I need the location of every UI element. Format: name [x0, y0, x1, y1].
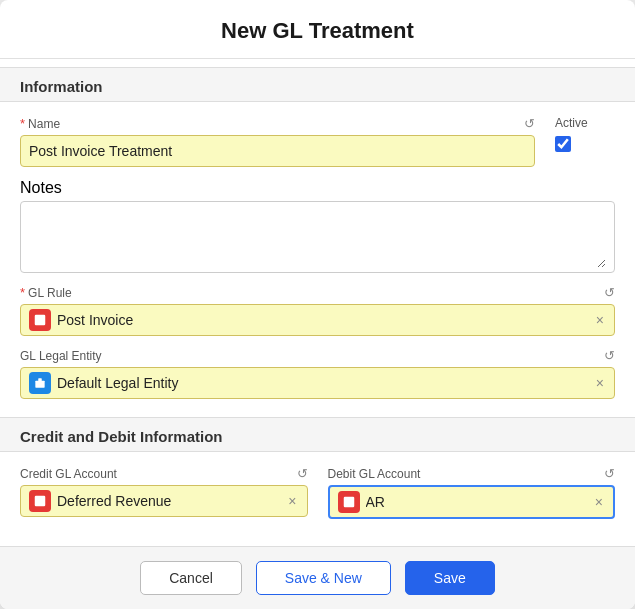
name-active-row: * Name ↺ Active [20, 116, 615, 167]
credit-gl-label-row: Credit GL Account ↺ [20, 466, 308, 481]
debit-gl-clear-button[interactable]: × [593, 495, 605, 509]
credit-gl-reset-icon[interactable]: ↺ [297, 466, 308, 481]
gl-legal-entity-input-wrap: × [20, 367, 615, 399]
notes-wrap [20, 201, 615, 273]
gl-legal-entity-field-group: GL Legal Entity ↺ × [20, 348, 615, 399]
debit-gl-label: Debit GL Account [328, 467, 421, 481]
name-label: Name [28, 117, 60, 131]
notes-textarea[interactable] [29, 206, 606, 268]
modal-container: New GL Treatment Information * Name ↺ [0, 0, 635, 609]
gl-rule-input-wrap: × [20, 304, 615, 336]
section-information-header: Information [0, 67, 635, 102]
credit-gl-input-wrap: × [20, 485, 308, 517]
credit-debit-row: Credit GL Account ↺ × Debit GL Account [20, 466, 615, 519]
debit-gl-reset-icon[interactable]: ↺ [604, 466, 615, 481]
cancel-button[interactable]: Cancel [140, 561, 242, 595]
debit-gl-label-row: Debit GL Account ↺ [328, 466, 616, 481]
gl-rule-reset-icon[interactable]: ↺ [604, 285, 615, 300]
active-label: Active [555, 116, 588, 130]
gl-rule-required-star: * [20, 285, 25, 300]
gl-rule-input[interactable] [57, 312, 594, 328]
name-label-row: * Name ↺ [20, 116, 535, 131]
gl-rule-label-left: * GL Rule [20, 285, 72, 300]
gl-rule-icon [29, 309, 51, 331]
debit-gl-input[interactable] [366, 494, 593, 510]
gl-rule-label-row: * GL Rule ↺ [20, 285, 615, 300]
gl-legal-entity-reset-icon[interactable]: ↺ [604, 348, 615, 363]
credit-gl-label-left: Credit GL Account [20, 467, 117, 481]
gl-legal-entity-label-row: GL Legal Entity ↺ [20, 348, 615, 363]
section-credit-debit-label: Credit and Debit Information [20, 428, 223, 445]
section-credit-debit-header: Credit and Debit Information [0, 417, 635, 452]
debit-gl-field-group: Debit GL Account ↺ × [328, 466, 616, 519]
notes-field-group: Notes [20, 179, 615, 273]
debit-gl-label-left: Debit GL Account [328, 467, 421, 481]
section-credit-debit-content: Credit GL Account ↺ × Debit GL Account [0, 452, 635, 529]
svg-rect-3 [38, 378, 42, 382]
gl-rule-field-group: * GL Rule ↺ × [20, 285, 615, 336]
gl-legal-entity-label: GL Legal Entity [20, 349, 102, 363]
modal-title: New GL Treatment [0, 0, 635, 59]
notes-label-row: Notes [20, 179, 615, 197]
active-checkbox[interactable] [555, 136, 571, 152]
name-label-left: * Name [20, 116, 60, 131]
gl-rule-clear-button[interactable]: × [594, 313, 606, 327]
name-input[interactable] [29, 143, 526, 159]
save-new-button[interactable]: Save & New [256, 561, 391, 595]
name-required-star: * [20, 116, 25, 131]
name-input-wrap [20, 135, 535, 167]
gl-legal-entity-icon [29, 372, 51, 394]
debit-gl-icon [338, 491, 360, 513]
debit-gl-input-wrap: × [328, 485, 616, 519]
credit-gl-icon [29, 490, 51, 512]
credit-gl-label: Credit GL Account [20, 467, 117, 481]
gl-rule-label: GL Rule [28, 286, 72, 300]
name-field-group: * Name ↺ [20, 116, 535, 167]
section-information-label: Information [20, 78, 103, 95]
modal-footer: Cancel Save & New Save [0, 546, 635, 609]
credit-gl-clear-button[interactable]: × [286, 494, 298, 508]
save-button[interactable]: Save [405, 561, 495, 595]
gl-legal-entity-clear-button[interactable]: × [594, 376, 606, 390]
active-check-group: Active [555, 116, 615, 152]
notes-label: Notes [20, 179, 62, 197]
gl-legal-entity-input[interactable] [57, 375, 594, 391]
name-reset-icon[interactable]: ↺ [524, 116, 535, 131]
section-information-content: * Name ↺ Active Notes [0, 102, 635, 409]
credit-gl-field-group: Credit GL Account ↺ × [20, 466, 308, 519]
gl-legal-entity-label-left: GL Legal Entity [20, 349, 102, 363]
credit-gl-input[interactable] [57, 493, 286, 509]
